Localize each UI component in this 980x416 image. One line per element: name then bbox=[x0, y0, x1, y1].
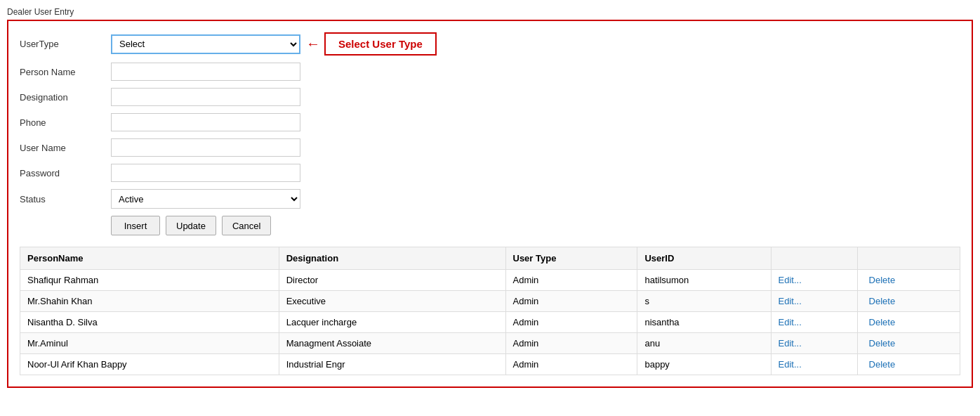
cell-edit[interactable]: Edit... bbox=[771, 270, 857, 291]
password-input[interactable] bbox=[111, 164, 300, 182]
cell-edit[interactable]: Edit... bbox=[771, 312, 857, 333]
red-arrow-icon: ← bbox=[306, 36, 320, 52]
delete-link[interactable]: Delete bbox=[869, 338, 896, 349]
insert-button[interactable]: Insert bbox=[111, 216, 160, 235]
usertype-row: UserType Select Admin User Manager ← Sel… bbox=[20, 32, 960, 56]
callout-box: Select User Type bbox=[324, 32, 437, 56]
person-name-input[interactable] bbox=[111, 63, 300, 81]
col-user-type: User Type bbox=[505, 247, 637, 270]
status-label: Status bbox=[20, 194, 111, 204]
username-input[interactable] bbox=[111, 138, 300, 157]
status-row: Status Active Inactive bbox=[20, 189, 960, 209]
edit-link[interactable]: Edit... bbox=[779, 359, 802, 370]
delete-link[interactable]: Delete bbox=[869, 359, 896, 370]
cell-delete[interactable]: Delete bbox=[857, 312, 960, 333]
cell-delete[interactable]: Delete bbox=[857, 333, 960, 354]
col-designation: Designation bbox=[279, 247, 505, 270]
col-person-name: PersonName bbox=[20, 247, 279, 270]
cell-person-name: Nisantha D. Silva bbox=[20, 312, 279, 333]
cell-person-name: Mr.Aminul bbox=[20, 333, 279, 354]
designation-label: Designation bbox=[20, 92, 111, 103]
cell-person-name: Mr.Shahin Khan bbox=[20, 291, 279, 312]
main-panel: UserType Select Admin User Manager ← Sel… bbox=[7, 20, 973, 388]
cell-user-id: anu bbox=[637, 333, 771, 354]
phone-input[interactable] bbox=[111, 113, 300, 131]
password-row: Password bbox=[20, 164, 960, 182]
person-name-row: Person Name bbox=[20, 63, 960, 81]
cell-user-id: hatilsumon bbox=[637, 270, 771, 291]
cell-delete[interactable]: Delete bbox=[857, 291, 960, 312]
password-label: Password bbox=[20, 168, 111, 178]
update-button[interactable]: Update bbox=[166, 216, 216, 235]
table-row: Mr.Shahin Khan Executive Admin s Edit...… bbox=[20, 291, 960, 312]
cell-edit[interactable]: Edit... bbox=[771, 291, 857, 312]
table-row: Mr.Aminul Managment Assoiate Admin anu E… bbox=[20, 333, 960, 354]
delete-link[interactable]: Delete bbox=[869, 296, 896, 306]
username-row: User Name bbox=[20, 138, 960, 157]
cell-delete[interactable]: Delete bbox=[857, 270, 960, 291]
panel-title: Dealer User Entry bbox=[7, 7, 973, 17]
designation-row: Designation bbox=[20, 88, 960, 106]
table-header-row: PersonName Designation User Type UserID bbox=[20, 247, 960, 270]
table-row: Noor-Ul Arif Khan Bappy Industrial Engr … bbox=[20, 354, 960, 375]
col-delete bbox=[857, 247, 960, 270]
cell-delete[interactable]: Delete bbox=[857, 354, 960, 375]
button-row: Insert Update Cancel bbox=[20, 216, 960, 235]
cell-user-type: Admin bbox=[505, 354, 637, 375]
status-select[interactable]: Active Inactive bbox=[111, 189, 300, 209]
cell-designation: Managment Assoiate bbox=[279, 333, 505, 354]
usertype-select[interactable]: Select Admin User Manager bbox=[111, 34, 300, 54]
cancel-button[interactable]: Cancel bbox=[222, 216, 271, 235]
arrow-indicator: ← Select User Type bbox=[306, 32, 437, 56]
cell-user-type: Admin bbox=[505, 312, 637, 333]
usertype-label: UserType bbox=[20, 39, 111, 49]
cell-user-type: Admin bbox=[505, 333, 637, 354]
cell-designation: Director bbox=[279, 270, 505, 291]
cell-user-type: Admin bbox=[505, 291, 637, 312]
cell-designation: Industrial Engr bbox=[279, 354, 505, 375]
cell-user-type: Admin bbox=[505, 270, 637, 291]
cell-edit[interactable]: Edit... bbox=[771, 354, 857, 375]
cell-user-id: nisantha bbox=[637, 312, 771, 333]
cell-person-name: Shafiqur Rahman bbox=[20, 270, 279, 291]
username-label: User Name bbox=[20, 143, 111, 153]
cell-edit[interactable]: Edit... bbox=[771, 333, 857, 354]
delete-link[interactable]: Delete bbox=[869, 317, 896, 327]
users-table: PersonName Designation User Type UserID … bbox=[20, 247, 960, 375]
delete-link[interactable]: Delete bbox=[869, 275, 896, 285]
cell-designation: Lacquer incharge bbox=[279, 312, 505, 333]
cell-user-id: s bbox=[637, 291, 771, 312]
cell-user-id: bappy bbox=[637, 354, 771, 375]
phone-row: Phone bbox=[20, 113, 960, 131]
edit-link[interactable]: Edit... bbox=[779, 275, 802, 285]
cell-person-name: Noor-Ul Arif Khan Bappy bbox=[20, 354, 279, 375]
edit-link[interactable]: Edit... bbox=[779, 317, 802, 327]
edit-link[interactable]: Edit... bbox=[779, 296, 802, 306]
person-name-label: Person Name bbox=[20, 67, 111, 77]
cell-designation: Executive bbox=[279, 291, 505, 312]
col-user-id: UserID bbox=[637, 247, 771, 270]
edit-link[interactable]: Edit... bbox=[779, 338, 802, 349]
col-edit bbox=[771, 247, 857, 270]
phone-label: Phone bbox=[20, 117, 111, 128]
table-row: Nisantha D. Silva Lacquer incharge Admin… bbox=[20, 312, 960, 333]
table-row: Shafiqur Rahman Director Admin hatilsumo… bbox=[20, 270, 960, 291]
designation-input[interactable] bbox=[111, 88, 300, 106]
